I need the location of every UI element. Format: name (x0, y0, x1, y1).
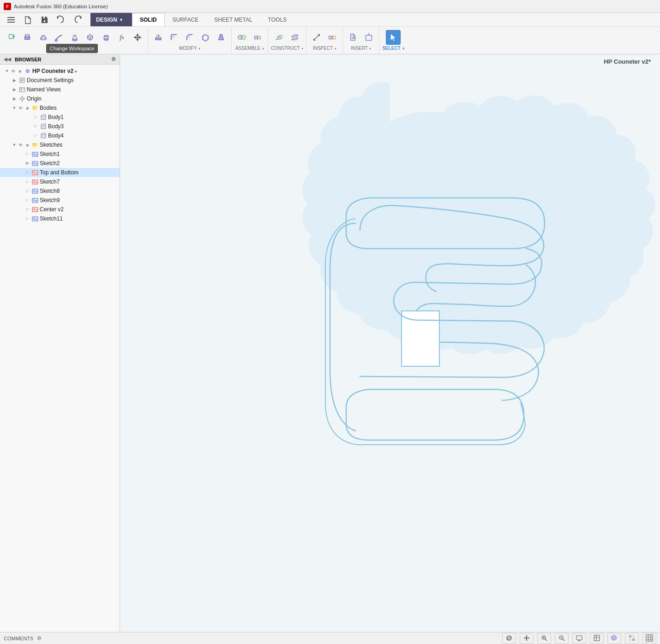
sketches-eye2-icon[interactable]: ◉ (24, 142, 30, 148)
sweep-button[interactable] (52, 30, 66, 45)
bodies-expand-icon[interactable]: ▼ (11, 105, 18, 111)
select-label[interactable]: SELECT ▾ (382, 46, 404, 51)
inspect-label[interactable]: INSPECT ▾ (313, 46, 336, 51)
create-label[interactable]: CREATE ▾ (64, 46, 86, 51)
svg-rect-94 (629, 635, 631, 638)
root-expand-icon[interactable]: ▼ (4, 68, 10, 74)
top-bottom-eye-icon[interactable]: 👁 (24, 169, 30, 176)
tree-sketch8[interactable]: 👁 Sketch8 (0, 186, 120, 196)
shell-button[interactable] (198, 30, 213, 45)
body4-eye-icon[interactable]: 👁 (32, 132, 39, 139)
view-cube-button[interactable] (607, 633, 621, 644)
display-settings-button[interactable] (572, 633, 586, 644)
sketch1-eye-icon[interactable]: 👁 (24, 151, 30, 157)
undo-button[interactable] (54, 12, 68, 27)
new-file-button[interactable] (20, 12, 35, 27)
sketch8-eye-icon[interactable]: 👁 (24, 188, 30, 194)
cylinder-button[interactable] (99, 30, 114, 45)
app-menu-button[interactable] (4, 12, 18, 27)
bodies-eye2-icon[interactable]: ◉ (24, 105, 30, 111)
tree-doc-settings[interactable]: ▶ Document Settings (0, 76, 120, 85)
select-button[interactable] (386, 30, 401, 45)
tab-tools[interactable]: TOOLS (260, 13, 294, 26)
chamfer-button[interactable] (182, 30, 197, 45)
tree-sketch9[interactable]: 👁 Sketch9 (0, 196, 120, 205)
save-button[interactable] (37, 12, 52, 27)
tree-body3[interactable]: ▶ 👁 Body3 (0, 122, 120, 131)
fx-button[interactable]: fx (114, 30, 129, 45)
loft-button[interactable] (67, 30, 82, 45)
sketch11-icon (31, 215, 39, 222)
sketch9-eye-icon[interactable]: 👁 (24, 197, 30, 203)
interference-button[interactable] (325, 30, 340, 45)
bodies-folder-icon: 📁 (31, 104, 39, 112)
named-views-expand-icon[interactable]: ▶ (11, 86, 18, 93)
browser-settings-icon[interactable]: ⚙ (111, 56, 116, 62)
pan-button[interactable] (520, 633, 534, 644)
sketches-eye-icon[interactable]: 👁 (18, 142, 24, 148)
root-eye-icon[interactable]: 👁 (10, 68, 17, 74)
insert-label[interactable]: INSERT ▾ (351, 46, 371, 51)
tree-sketch7[interactable]: 👁 Sketch7 (0, 177, 120, 186)
comments-label: COMMENTS (4, 636, 33, 641)
tree-sketches[interactable]: ▼ 👁 ◉ 📁 Sketches (0, 140, 120, 149)
tree-top-bottom[interactable]: 👁 Top and Bottom (0, 168, 120, 177)
statusbar-settings-icon[interactable]: ⚙ (37, 635, 42, 641)
press-pull-button[interactable] (151, 30, 166, 45)
tree-bodies[interactable]: ▼ 👁 ◉ 📁 Bodies (0, 103, 120, 113)
origin-expand-icon[interactable]: ▶ (11, 95, 18, 102)
tree-named-views[interactable]: ▶ Named Views (0, 85, 120, 94)
tree-sketch11[interactable]: 👁 Sketch11 (0, 214, 120, 223)
construct-label[interactable]: CONSTRUCT ▾ (271, 46, 303, 51)
tab-sheet-metal[interactable]: SHEET METAL (206, 13, 260, 26)
sketch7-eye-icon[interactable]: 👁 (24, 179, 30, 185)
assemble-label[interactable]: ASSEMBLE ▾ (235, 46, 264, 51)
tab-solid[interactable]: SOLID (132, 13, 165, 26)
named-views-icon (18, 86, 26, 93)
workspace-button[interactable]: DESIGN ▼ (90, 13, 132, 26)
root-eye2-icon[interactable]: ◉ (17, 68, 23, 74)
new-component-button[interactable] (5, 30, 19, 45)
center-v2-eye-icon[interactable]: 👁 (24, 206, 30, 213)
sketches-expand-icon[interactable]: ▼ (11, 142, 18, 148)
browser-header: ◀◀ BROWSER ⚙ (0, 54, 120, 65)
body1-eye-icon[interactable]: 👁 (32, 114, 39, 120)
tree-body4[interactable]: ▶ 👁 Body4 (0, 131, 120, 140)
browser-collapse-icon[interactable]: ◀◀ (4, 57, 11, 62)
viewport[interactable]: HP Couneter v2* (120, 54, 660, 632)
redo-button[interactable] (70, 12, 85, 27)
extrude-button[interactable] (20, 30, 35, 45)
tree-sketch1[interactable]: 👁 Sketch1 (0, 149, 120, 159)
canvas-button[interactable] (361, 30, 376, 45)
sketch2-eye-icon[interactable]: 👁 (24, 160, 30, 167)
measure-button[interactable] (309, 30, 324, 45)
zoom-fit-button[interactable] (537, 633, 551, 644)
tree-body1[interactable]: ▶ 👁 Body1 (0, 113, 120, 122)
tree-sketch2[interactable]: 👁 Sketch2 (0, 159, 120, 168)
orbit-button[interactable] (502, 633, 516, 644)
grid-button[interactable] (590, 633, 604, 644)
tree-root[interactable]: ▼ 👁 ◉ ⚙ HP Couneter v2 ● (0, 66, 120, 76)
as-built-joint-button[interactable] (250, 30, 265, 45)
body3-eye-icon[interactable]: 👁 (32, 123, 39, 130)
tree-origin[interactable]: ▶ Origin (0, 94, 120, 103)
move-button[interactable] (130, 30, 145, 45)
box-button[interactable] (83, 30, 98, 45)
fillet-button[interactable] (167, 30, 181, 45)
offset-plane-button[interactable] (272, 30, 287, 45)
sketch11-eye-icon[interactable]: 👁 (24, 215, 30, 222)
modify-label[interactable]: MODIFY ▾ (179, 46, 200, 51)
revolve-button[interactable] (36, 30, 51, 45)
root-dot: ● (74, 69, 77, 74)
display-mode1-button[interactable] (625, 633, 639, 644)
tab-surface[interactable]: SURFACE (165, 13, 207, 26)
doc-settings-expand-icon[interactable]: ▶ (11, 77, 18, 83)
joint-button[interactable] (234, 30, 249, 45)
bodies-eye-icon[interactable]: 👁 (18, 105, 24, 111)
midplane-button[interactable] (288, 30, 302, 45)
zoom-window-button[interactable] (555, 633, 569, 644)
insert-derive-button[interactable] (346, 30, 360, 45)
tree-center-v2[interactable]: 👁 Center v2 (0, 205, 120, 214)
draft-button[interactable] (214, 30, 228, 45)
display-mode2-button[interactable] (642, 633, 656, 644)
